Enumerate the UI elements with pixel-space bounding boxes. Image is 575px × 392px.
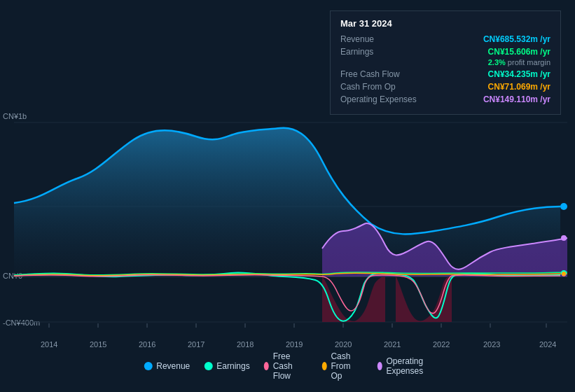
legend-label-opex: Operating Expenses bbox=[386, 356, 431, 376]
legend-label-fcf: Free Cash Flow bbox=[273, 351, 308, 381]
legend-item-fcf[interactable]: Free Cash Flow bbox=[264, 351, 308, 381]
tooltip-date: Mar 31 2024 bbox=[340, 18, 550, 29]
svg-point-6 bbox=[561, 235, 567, 241]
tooltip-fcf-row: Free Cash Flow CN¥34.235m /yr bbox=[340, 69, 550, 79]
chart-container: Mar 31 2024 Revenue CN¥685.532m /yr Earn… bbox=[0, 0, 575, 392]
tooltip-cfo-row: Cash From Op CN¥71.069m /yr bbox=[340, 82, 550, 92]
tooltip-revenue-row: Revenue CN¥685.532m /yr bbox=[340, 34, 550, 44]
legend-dot-fcf bbox=[264, 362, 269, 370]
x-label-2018: 2018 bbox=[237, 340, 254, 349]
profit-margin-row: 2.3% profit margin bbox=[340, 58, 550, 66]
x-label-2021: 2021 bbox=[384, 340, 401, 349]
tooltip-fcf-label: Free Cash Flow bbox=[340, 69, 400, 79]
x-label-2023: 2023 bbox=[483, 340, 500, 349]
chart-legend: Revenue Earnings Free Cash Flow Cash Fro… bbox=[144, 351, 431, 381]
x-label-2019: 2019 bbox=[286, 340, 303, 349]
profit-margin-text: 2.3% profit margin bbox=[488, 58, 550, 66]
tooltip-cfo-label: Cash From Op bbox=[340, 82, 396, 92]
legend-item-earnings[interactable]: Earnings bbox=[204, 361, 249, 371]
legend-item-cfo[interactable]: Cash From Op bbox=[321, 351, 363, 381]
legend-item-opex[interactable]: Operating Expenses bbox=[377, 356, 431, 376]
x-label-2016: 2016 bbox=[139, 340, 155, 349]
tooltip-earnings-value: CN¥15.606m /yr bbox=[488, 47, 550, 57]
legend-item-revenue[interactable]: Revenue bbox=[144, 361, 190, 371]
tooltip-earnings-label: Earnings bbox=[340, 47, 373, 57]
tooltip-opex-row: Operating Expenses CN¥149.110m /yr bbox=[340, 94, 550, 104]
tooltip-opex-label: Operating Expenses bbox=[340, 94, 417, 104]
legend-dot-cfo bbox=[321, 362, 326, 370]
tooltip-fcf-value: CN¥34.235m /yr bbox=[488, 69, 550, 79]
tooltip-revenue-label: Revenue bbox=[340, 34, 374, 44]
legend-label-cfo: Cash From Op bbox=[331, 351, 363, 381]
tooltip-cfo-value: CN¥71.069m /yr bbox=[488, 82, 550, 92]
tooltip-earnings-row: Earnings CN¥15.606m /yr bbox=[340, 47, 550, 57]
svg-point-8 bbox=[562, 272, 566, 276]
x-label-2020: 2020 bbox=[335, 340, 352, 349]
x-label-2014: 2014 bbox=[41, 340, 57, 349]
x-label-2017: 2017 bbox=[188, 340, 205, 349]
tooltip-box: Mar 31 2024 Revenue CN¥685.532m /yr Earn… bbox=[330, 10, 561, 115]
legend-label-revenue: Revenue bbox=[156, 361, 190, 371]
x-label-2015: 2015 bbox=[90, 340, 106, 349]
svg-point-4 bbox=[560, 203, 567, 210]
profit-margin-pct: 2.3% bbox=[488, 58, 506, 66]
x-label-2022: 2022 bbox=[433, 340, 450, 349]
tooltip-opex-value: CN¥149.110m /yr bbox=[483, 94, 550, 104]
legend-dot-earnings bbox=[204, 362, 212, 370]
profit-margin-label: profit margin bbox=[508, 58, 550, 66]
x-label-2024: 2024 bbox=[539, 340, 556, 349]
legend-label-earnings: Earnings bbox=[216, 361, 249, 371]
tooltip-revenue-value: CN¥685.532m /yr bbox=[483, 34, 550, 44]
legend-dot-opex bbox=[377, 362, 382, 370]
legend-dot-revenue bbox=[144, 362, 152, 370]
